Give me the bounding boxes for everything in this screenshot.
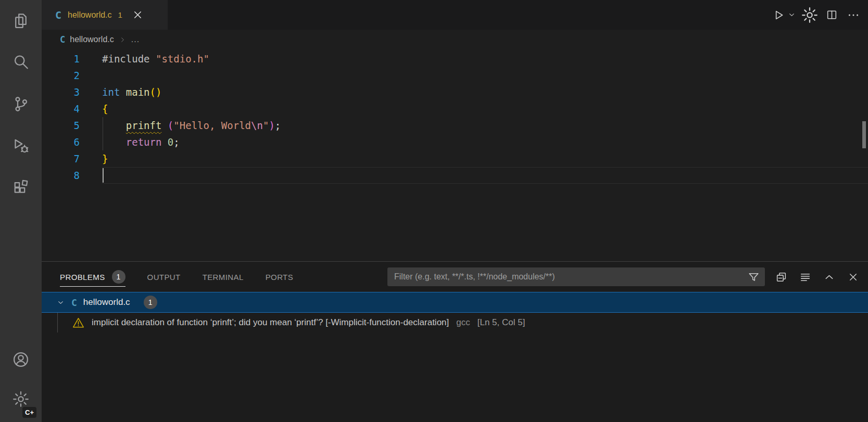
problem-message: implicit declaration of function ‘prinft…: [92, 317, 449, 328]
split-editor-button[interactable]: [823, 7, 840, 23]
code-text: {: [102, 100, 108, 117]
bottom-panel: PROBLEMS1OUTPUTTERMINALPORTS C helloworl…: [42, 261, 868, 422]
code-line-6[interactable]: 6 return 0;: [42, 134, 868, 150]
problem-location: [Ln 5, Col 5]: [477, 317, 525, 328]
account-icon: [11, 350, 30, 369]
problems-file-row[interactable]: C helloworld.c 1: [42, 292, 868, 313]
activity-item-account[interactable]: [7, 346, 34, 373]
code-text: }: [102, 150, 108, 167]
overview-ruler-mark[interactable]: [862, 121, 866, 148]
source-control-icon: [11, 95, 30, 113]
problems-count-badge: 1: [144, 296, 157, 309]
chevron-right-icon: [119, 36, 127, 44]
editor-group: C helloworld.c 1 C helloworld.c ... 1#in…: [42, 0, 868, 422]
activity-item-extensions[interactable]: [7, 174, 34, 201]
line-number[interactable]: 3: [42, 84, 102, 100]
activity-bar: C+: [0, 0, 42, 422]
activity-item-run-debug[interactable]: [7, 132, 34, 159]
view-as-table-button[interactable]: [797, 269, 813, 285]
more-icon: [847, 8, 860, 22]
run-dropdown[interactable]: [787, 7, 796, 23]
line-number[interactable]: 8: [42, 167, 102, 184]
line-number[interactable]: 6: [42, 134, 102, 150]
profile-badge: C+: [22, 407, 36, 418]
activity-item-manage[interactable]: C+: [7, 386, 34, 413]
gear-icon: [11, 390, 30, 408]
filter-icon[interactable]: [747, 271, 760, 284]
collapse-all-button[interactable]: [773, 269, 789, 285]
split-icon: [825, 8, 838, 21]
problem-row[interactable]: implicit declaration of function ‘prinft…: [42, 313, 868, 333]
search-icon: [11, 53, 30, 72]
code-text: prinft ("Hello, World\n");: [102, 117, 281, 134]
panel-tab-label: OUTPUT: [147, 273, 181, 282]
breadcrumb-symbol[interactable]: ...: [131, 35, 140, 44]
activity-item-source-control[interactable]: [7, 91, 34, 118]
c-file-icon: C: [60, 34, 65, 45]
panel-tab-label: PORTS: [266, 273, 293, 282]
settings-button[interactable]: [801, 7, 818, 23]
close-tab-icon[interactable]: [132, 9, 144, 21]
c-file-icon: C: [55, 9, 61, 21]
run-button[interactable]: [770, 7, 787, 23]
line-number[interactable]: 4: [42, 100, 102, 117]
tab-label: helloworld.c: [68, 10, 111, 20]
problems-filter-input[interactable]: [387, 267, 765, 286]
breadcrumb: C helloworld.c ...: [42, 30, 868, 49]
close-panel-button[interactable]: [845, 269, 861, 285]
extensions-icon: [11, 178, 30, 197]
breadcrumb-file[interactable]: helloworld.c: [70, 35, 114, 44]
panel-tab-badge: 1: [112, 270, 125, 284]
line-number[interactable]: 1: [42, 50, 102, 67]
code-text: return 0;: [102, 134, 180, 150]
run-debug-icon: [11, 136, 30, 155]
problem-source: gcc: [456, 317, 470, 328]
maximize-panel-button[interactable]: [821, 269, 837, 285]
line-number[interactable]: 7: [42, 150, 102, 167]
run-icon: [772, 8, 785, 22]
tab-bar: C helloworld.c 1: [42, 0, 868, 30]
panel-tab-ports[interactable]: PORTS: [266, 262, 293, 292]
chevron-up-icon: [823, 271, 835, 283]
panel-tab-terminal[interactable]: TERMINAL: [203, 262, 244, 292]
panel-tab-output[interactable]: OUTPUT: [147, 262, 181, 292]
chevron-down-icon: [787, 10, 796, 19]
code-text: int main(): [102, 84, 161, 100]
more-actions-button[interactable]: [845, 7, 862, 23]
code-line-2[interactable]: 2: [42, 67, 868, 84]
warning-icon: [72, 316, 85, 329]
line-number[interactable]: 2: [42, 67, 102, 84]
code-line-1[interactable]: 1#include "stdio.h": [42, 50, 868, 67]
close-icon: [847, 271, 859, 283]
line-number[interactable]: 5: [42, 117, 102, 134]
text-cursor: [103, 168, 104, 183]
problems-file-label: helloworld.c: [83, 297, 130, 308]
panel-tab-problems[interactable]: PROBLEMS1: [60, 262, 125, 292]
activity-item-explorer[interactable]: [7, 7, 34, 34]
activity-item-search[interactable]: [7, 49, 34, 76]
explorer-icon: [11, 11, 30, 30]
code-text: #include "stdio.h": [102, 50, 209, 67]
panel-header: PROBLEMS1OUTPUTTERMINALPORTS: [42, 262, 868, 292]
code-line-5[interactable]: 5 prinft ("Hello, World\n");: [42, 117, 868, 134]
code-line-3[interactable]: 3int main(): [42, 84, 868, 100]
gear-icon: [800, 6, 819, 24]
collapse-all-icon: [775, 271, 788, 284]
code-line-7[interactable]: 7}: [42, 150, 868, 167]
tab-problems-badge: 1: [118, 10, 122, 19]
code-line-8[interactable]: 8: [42, 167, 868, 184]
tab-helloworld[interactable]: C helloworld.c 1: [42, 0, 168, 30]
list-icon: [799, 271, 812, 284]
code-editor[interactable]: 1#include "stdio.h"23int main()4{5 prinf…: [42, 49, 868, 261]
panel-tab-label: TERMINAL: [203, 273, 244, 282]
c-file-icon: C: [71, 297, 77, 308]
code-line-4[interactable]: 4{: [42, 100, 868, 117]
chevron-down-icon[interactable]: [56, 298, 65, 307]
panel-tab-label: PROBLEMS: [60, 273, 105, 282]
